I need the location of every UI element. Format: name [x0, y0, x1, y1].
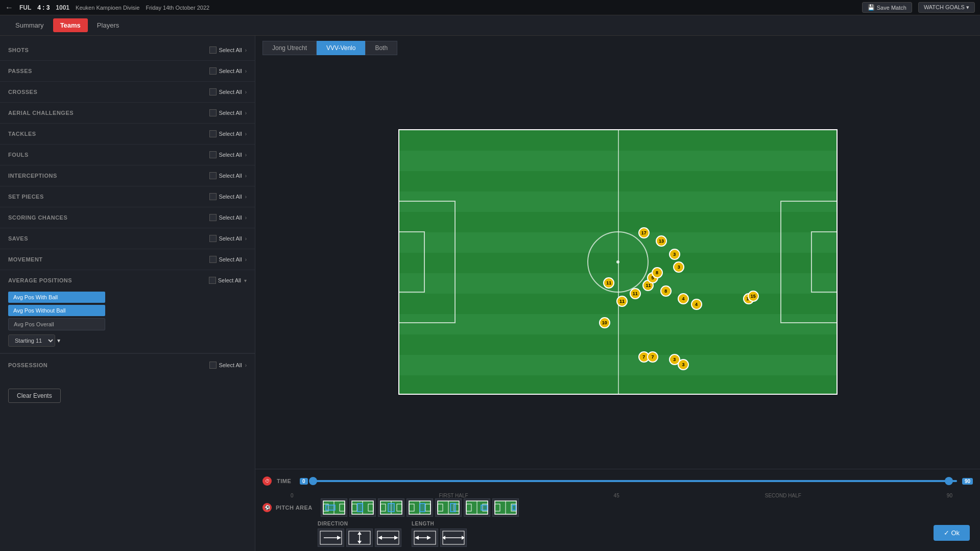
passes-chevron[interactable]: ›	[245, 68, 247, 74]
movement-select-all[interactable]: Select All	[219, 256, 242, 262]
set-pieces-checkbox-wrapper[interactable]: Select All	[209, 193, 242, 200]
avg-positions-checkbox-wrapper[interactable]: Select All	[209, 277, 241, 284]
player-marker[interactable]: 8	[652, 267, 663, 278]
clear-events-button[interactable]: Clear Events	[8, 389, 61, 403]
direction-btn-2[interactable]	[346, 529, 373, 547]
passes-checkbox-wrapper[interactable]: Select All	[209, 67, 242, 75]
player-marker[interactable]: 17	[638, 227, 650, 238]
interceptions-checkbox[interactable]	[209, 172, 217, 179]
crosses-select-all[interactable]: Select All	[219, 89, 242, 95]
pitch-area-btn-2[interactable]	[349, 498, 376, 517]
tackles-select-all[interactable]: Select All	[219, 131, 242, 137]
movement-chevron[interactable]: ›	[245, 257, 247, 262]
length-btn-1[interactable]	[412, 529, 438, 547]
player-marker[interactable]: 8	[660, 285, 672, 297]
pitch-area-btn-6[interactable]	[464, 498, 490, 517]
passes-checkbox[interactable]	[209, 67, 217, 75]
shots-checkbox[interactable]	[209, 46, 217, 54]
crosses-checkbox[interactable]	[209, 88, 217, 95]
saves-select-all[interactable]: Select All	[219, 235, 242, 242]
avg-positions-checkbox[interactable]	[209, 277, 216, 284]
direction-btn-3[interactable]	[375, 529, 401, 547]
scoring-chances-checkbox-wrapper[interactable]: Select All	[209, 214, 242, 221]
avg-positions-select-all[interactable]: Select All	[218, 277, 241, 283]
save-match-button[interactable]: 💾 Save Match	[862, 2, 912, 13]
possession-checkbox[interactable]	[209, 362, 217, 369]
tab-summary[interactable]: Summary	[8, 18, 51, 32]
tab-both[interactable]: Both	[365, 41, 397, 55]
player-marker[interactable]: 11	[630, 288, 641, 299]
movement-checkbox[interactable]	[209, 256, 217, 263]
tackles-checkbox-wrapper[interactable]: Select All	[209, 130, 242, 137]
shots-chevron[interactable]: ›	[245, 47, 247, 53]
time-marker-start[interactable]	[309, 477, 317, 485]
time-marker-end[interactable]	[945, 477, 953, 485]
fouls-checkbox-wrapper[interactable]: Select All	[209, 151, 242, 158]
player-marker[interactable]: 4	[678, 293, 689, 304]
scoring-chances-select-all[interactable]: Select All	[219, 214, 242, 221]
scoring-chances-checkbox[interactable]	[209, 214, 217, 221]
tab-jong-utrecht[interactable]: Jong Utrecht	[262, 41, 317, 55]
pitch-area-btn-5[interactable]	[435, 498, 462, 517]
player-marker[interactable]: 10	[599, 317, 610, 328]
fouls-select-all[interactable]: Select All	[219, 152, 242, 158]
tab-players[interactable]: Players	[90, 18, 126, 32]
saves-checkbox[interactable]	[209, 235, 217, 242]
shots-select-all[interactable]: Select All	[219, 47, 242, 53]
aerial-select-all[interactable]: Select All	[219, 110, 242, 116]
ok-button[interactable]: ✓ Ok	[934, 525, 970, 541]
tab-vvv-venlo[interactable]: VVV-Venlo	[317, 41, 365, 55]
player-marker[interactable]: 4	[691, 299, 702, 310]
fouls-checkbox[interactable]	[209, 151, 217, 158]
pitch-area-btn-1[interactable]	[321, 498, 347, 517]
avg-positions-chevron[interactable]: ▾	[244, 278, 247, 283]
watch-goals-button[interactable]: WATCH GOALS ▾	[918, 2, 975, 13]
length-btn-2[interactable]	[440, 529, 467, 547]
shots-checkbox-wrapper[interactable]: Select All	[209, 46, 242, 54]
time-slider-track[interactable]	[313, 480, 957, 482]
avg-pos-with-ball-button[interactable]: Avg Pos With Ball	[8, 292, 105, 303]
crosses-chevron[interactable]: ›	[245, 89, 247, 95]
fouls-chevron[interactable]: ›	[245, 152, 247, 158]
scoring-chances-chevron[interactable]: ›	[245, 215, 247, 221]
set-pieces-checkbox[interactable]	[209, 193, 217, 200]
back-button[interactable]: ←	[5, 3, 13, 12]
direction-btn-1[interactable]	[318, 529, 344, 547]
player-marker[interactable]: 7	[647, 351, 658, 363]
aerial-checkbox[interactable]	[209, 109, 217, 116]
interceptions-checkbox-wrapper[interactable]: Select All	[209, 172, 242, 179]
time-slider-container[interactable]	[313, 473, 957, 489]
avg-pos-without-ball-button[interactable]: Avg Pos Without Ball	[8, 305, 105, 316]
time-section: ⏱ TIME 0 90	[262, 473, 973, 489]
starting11-dropdown[interactable]: Starting 11	[8, 334, 55, 347]
saves-chevron[interactable]: ›	[245, 236, 247, 242]
tackles-checkbox[interactable]	[209, 130, 217, 137]
aerial-chevron[interactable]: ›	[245, 110, 247, 116]
aerial-checkbox-wrapper[interactable]: Select All	[209, 109, 242, 116]
direction-length-row: DIRECTION	[262, 521, 973, 547]
possession-checkbox-wrapper[interactable]: Select All	[209, 362, 242, 369]
pitch-area-btn-7[interactable]	[492, 498, 519, 517]
tackles-chevron[interactable]: ›	[245, 131, 247, 137]
set-pieces-select-all[interactable]: Select All	[219, 194, 242, 200]
pitch-area-btn-4[interactable]	[407, 498, 433, 517]
tab-teams[interactable]: Teams	[53, 18, 88, 32]
pitch-area-btn-3[interactable]	[378, 498, 404, 517]
player-marker[interactable]: 15	[748, 291, 759, 302]
passes-select-all[interactable]: Select All	[219, 68, 242, 74]
player-marker[interactable]: 13	[656, 235, 667, 247]
player-marker[interactable]: 3	[673, 261, 684, 273]
movement-checkbox-wrapper[interactable]: Select All	[209, 256, 242, 263]
crosses-checkbox-wrapper[interactable]: Select All	[209, 88, 242, 95]
saves-checkbox-wrapper[interactable]: Select All	[209, 235, 242, 242]
player-marker[interactable]: 3	[669, 249, 680, 260]
interceptions-select-all[interactable]: Select All	[219, 173, 242, 179]
player-marker[interactable]: 3	[678, 359, 689, 370]
avg-pos-overall-button[interactable]: Avg Pos Overall	[8, 318, 105, 330]
player-marker[interactable]: 11	[616, 296, 628, 307]
possession-chevron[interactable]: ›	[245, 363, 247, 368]
set-pieces-chevron[interactable]: ›	[245, 194, 247, 200]
interceptions-chevron[interactable]: ›	[245, 173, 247, 179]
player-marker[interactable]: 11	[603, 277, 614, 289]
possession-select-all[interactable]: Select All	[219, 362, 242, 368]
